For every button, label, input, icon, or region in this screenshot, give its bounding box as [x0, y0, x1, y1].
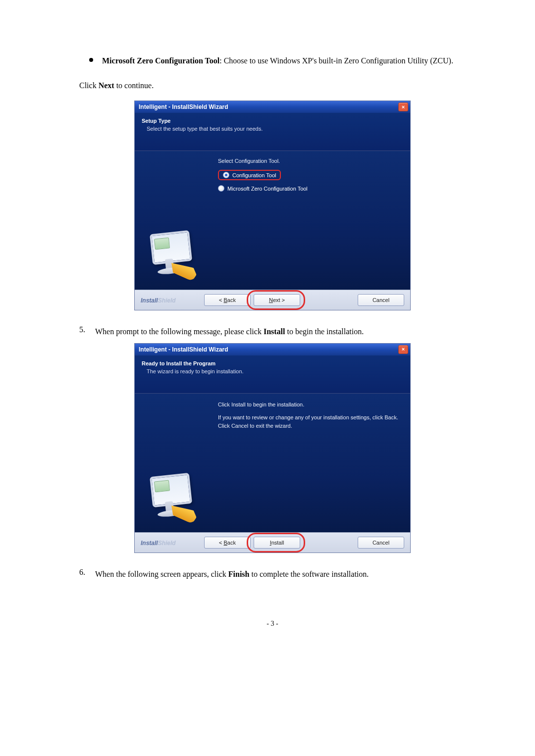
titlebar: Intelligent - InstallShield Wizard × — [135, 344, 410, 355]
txt: Click — [79, 81, 99, 90]
radio-icon[interactable] — [223, 172, 229, 178]
header-title: Setup Type — [142, 118, 403, 124]
step-text: When prompt to the following message, pl… — [95, 325, 364, 338]
back-button[interactable]: < Back — [204, 537, 251, 549]
step-text: When the following screen appears, click… — [95, 568, 369, 581]
brand1: Install — [141, 297, 158, 304]
header-subtitle: Select the setup type that best suits yo… — [147, 126, 403, 132]
txt: to continue. — [114, 81, 154, 90]
wizard-graphic — [135, 151, 213, 290]
bullet-icon — [89, 58, 93, 62]
step-number: 5. — [79, 325, 89, 338]
wizard-ready-install: Intelligent - InstallShield Wizard × Rea… — [134, 343, 411, 553]
txt-bold: Install — [264, 327, 285, 336]
txt: to begin the installation. — [285, 327, 364, 336]
install-button[interactable]: Install — [254, 537, 300, 549]
txt-bold: Finish — [228, 570, 250, 578]
wizard-graphic — [135, 394, 213, 532]
radio-label-ms-zero[interactable]: Microsoft Zero Configuration Tool — [227, 186, 308, 192]
close-icon[interactable]: × — [398, 345, 408, 354]
txt: When prompt to the following message, pl… — [95, 327, 264, 336]
bullet-rest: : Choose to use Windows XP's built-in Ze… — [219, 56, 453, 65]
brand2: Shield — [158, 297, 176, 304]
header-subtitle: The wizard is ready to begin installatio… — [147, 368, 403, 374]
cancel-button[interactable]: Cancel — [358, 537, 404, 549]
bullet-text: Microsoft Zero Configuration Tool: Choos… — [102, 54, 453, 67]
window-title: Intelligent - InstallShield Wizard — [139, 346, 228, 353]
wizard-header: Ready to Install the Program The wizard … — [135, 355, 410, 394]
install-line2: If you want to review or change any of y… — [218, 413, 404, 430]
window-title: Intelligent - InstallShield Wizard — [139, 103, 228, 110]
radio-label-config-tool[interactable]: Configuration Tool — [232, 172, 276, 178]
txt-bold: Next — [99, 81, 114, 90]
prompt-text: Select Configuration Tool. — [218, 158, 404, 164]
next-button[interactable]: Next > — [254, 294, 300, 306]
brand-label: InstallShield — [141, 538, 176, 547]
back-button[interactable]: < Back — [204, 294, 251, 306]
wizard-footer: InstallShield < Back Install Cancel — [135, 532, 410, 553]
bullet-bold: Microsoft Zero Configuration Tool — [102, 56, 219, 65]
header-title: Ready to Install the Program — [142, 360, 403, 366]
txt: When the following screen appears, click — [95, 570, 228, 578]
highlight-selected-option: Configuration Tool — [218, 170, 281, 180]
txt: to complete the software installation. — [249, 570, 369, 578]
step-number: 6. — [79, 568, 89, 581]
wizard-header: Setup Type Select the setup type that be… — [135, 113, 410, 151]
click-next-para: Click Next to continue. — [79, 79, 466, 92]
radio-icon[interactable] — [218, 185, 224, 192]
install-line1: Click Install to begin the installation. — [218, 401, 404, 409]
brand-label: InstallShield — [141, 296, 176, 304]
page-number: - 3 - — [79, 620, 466, 628]
wizard-setup-type: Intelligent - InstallShield Wizard × Set… — [134, 101, 411, 310]
wizard-footer: InstallShield < Back Next > Cancel — [135, 290, 410, 310]
cancel-button[interactable]: Cancel — [358, 294, 404, 306]
brand1: Install — [141, 540, 158, 547]
highlight-next-button: Next > — [251, 294, 300, 306]
brand2: Shield — [158, 540, 176, 547]
titlebar: Intelligent - InstallShield Wizard × — [135, 101, 410, 113]
highlight-install-button: Install — [251, 537, 300, 549]
close-icon[interactable]: × — [398, 102, 408, 111]
